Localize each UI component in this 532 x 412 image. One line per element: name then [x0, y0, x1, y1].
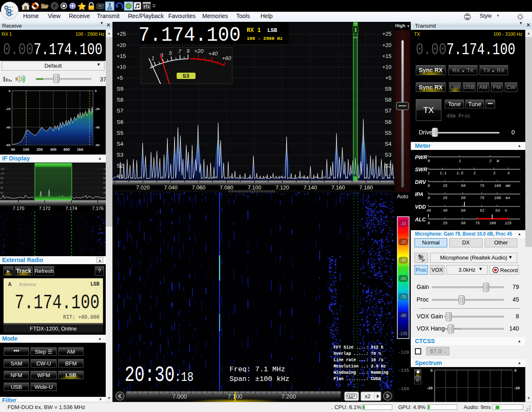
svg-text:+10: +10: [117, 64, 126, 70]
svg-text:7.140: 7.140: [303, 184, 317, 191]
svg-text:S7: S7: [117, 108, 123, 114]
svg-text:-20: -20: [427, 386, 433, 390]
svg-text:+60: +60: [222, 55, 232, 61]
svg-text:-75: -75: [400, 295, 407, 299]
svg-text:V: V: [505, 209, 508, 213]
svg-text:+20: +20: [194, 48, 204, 54]
svg-text:52: 52: [480, 209, 485, 213]
svg-text:S9: S9: [0, 177, 3, 179]
svg-text:7.000: 7.000: [172, 393, 187, 400]
svg-text:100: 100: [23, 147, 29, 152]
svg-text:PWR: PWR: [415, 155, 427, 160]
svg-text:-30: -30: [400, 240, 407, 244]
svg-text:-40: -40: [95, 126, 100, 129]
svg-text:125: 125: [505, 221, 512, 226]
svg-text:2: 2: [473, 171, 476, 176]
svg-text:+10: +10: [0, 172, 4, 175]
svg-text:+5: +5: [117, 75, 123, 81]
svg-text:25: 25: [443, 196, 448, 200]
svg-text:S3: S3: [0, 192, 3, 194]
svg-text:IPA: IPA: [415, 192, 423, 197]
svg-text:-40: -40: [5, 126, 10, 129]
svg-text:50: 50: [461, 196, 466, 200]
svg-text:+15: +15: [382, 53, 391, 59]
svg-text:25: 25: [443, 184, 448, 188]
svg-text:S5: S5: [117, 130, 123, 136]
svg-text:7.100: 7.100: [248, 184, 261, 191]
svg-text:7.172: 7.172: [39, 206, 51, 211]
svg-text:54: 54: [495, 209, 500, 213]
svg-text:800: 800: [63, 147, 70, 152]
svg-text:S4: S4: [385, 141, 391, 147]
svg-text:7.170: 7.170: [13, 206, 24, 211]
svg-text:0: 0: [9, 89, 11, 93]
svg-text:46: 46: [427, 209, 431, 213]
svg-text:-45: -45: [400, 258, 407, 262]
svg-text:mA: mA: [506, 196, 510, 200]
svg-text:1.1: 1.1: [440, 171, 446, 176]
svg-text:5: 5: [169, 50, 172, 56]
svg-text:7.174: 7.174: [65, 206, 77, 211]
svg-text:0: 0: [95, 89, 97, 93]
svg-text:100: 100: [489, 221, 496, 226]
svg-text:75: 75: [475, 221, 480, 226]
svg-text:-60: -60: [400, 276, 407, 281]
svg-text:7.040: 7.040: [164, 184, 178, 191]
svg-text:S6: S6: [117, 119, 123, 125]
svg-text:1: 1: [459, 159, 461, 163]
svg-text:S4: S4: [117, 141, 123, 147]
svg-text:2: 2: [489, 159, 492, 163]
svg-text:S8: S8: [117, 97, 123, 103]
svg-text:VDD: VDD: [415, 204, 426, 210]
svg-text:7.080: 7.080: [220, 184, 234, 191]
svg-text:x2: x2: [365, 393, 370, 399]
svg-text:S7: S7: [385, 108, 391, 114]
svg-text:7.020: 7.020: [136, 184, 150, 191]
svg-text:0: 0: [428, 221, 430, 226]
svg-text:1.5: 1.5: [456, 171, 464, 176]
svg-text:25: 25: [443, 221, 448, 226]
svg-text:400: 400: [50, 147, 56, 152]
svg-text:-105: -105: [399, 331, 407, 336]
svg-text:SWR: SWR: [415, 167, 427, 173]
svg-text:-60: -60: [5, 143, 10, 147]
svg-text:7.120: 7.120: [276, 184, 289, 191]
svg-text:0: 0: [430, 368, 433, 373]
svg-text:48: 48: [443, 209, 448, 213]
svg-text:1k6: 1k6: [77, 147, 83, 152]
svg-text:+40: +40: [209, 50, 218, 57]
svg-text:3: 3: [493, 171, 495, 176]
svg-text:S3: S3: [385, 152, 391, 158]
svg-text:0: 0: [428, 196, 430, 200]
svg-text:DRV: DRV: [415, 179, 427, 185]
svg-text:9: 9: [186, 48, 189, 54]
svg-text:S9: S9: [385, 86, 391, 92]
svg-text:1: 1: [354, 27, 357, 32]
svg-text:4: 4: [507, 171, 509, 176]
svg-text:+20: +20: [382, 42, 391, 48]
svg-text:0: 0: [514, 368, 516, 373]
svg-text:50: 50: [11, 147, 15, 152]
svg-text:S7: S7: [0, 181, 3, 184]
svg-text:-90: -90: [400, 313, 407, 318]
svg-text:75: 75: [480, 184, 485, 188]
svg-text:+20: +20: [0, 168, 4, 170]
svg-text:+25: +25: [382, 31, 391, 37]
svg-text:75: 75: [480, 196, 485, 200]
svg-text:1: 1: [151, 55, 154, 61]
svg-text:1: 1: [428, 171, 430, 176]
svg-text:7.200: 7.200: [281, 393, 296, 400]
svg-text:+15: +15: [117, 53, 126, 59]
svg-text:-20: -20: [514, 386, 520, 390]
svg-text:7.176: 7.176: [92, 206, 104, 211]
svg-text:7.160: 7.160: [331, 184, 345, 191]
svg-text:ALC: ALC: [415, 217, 426, 223]
svg-text:0: 0: [428, 184, 430, 188]
svg-text:-20: -20: [5, 107, 10, 111]
svg-text:S5: S5: [385, 130, 391, 136]
svg-text:S6: S6: [385, 119, 391, 125]
svg-text:S9: S9: [117, 86, 123, 92]
svg-text:+20: +20: [117, 42, 126, 48]
svg-text:7.180: 7.180: [359, 184, 373, 191]
svg-text:7.060: 7.060: [192, 184, 206, 191]
